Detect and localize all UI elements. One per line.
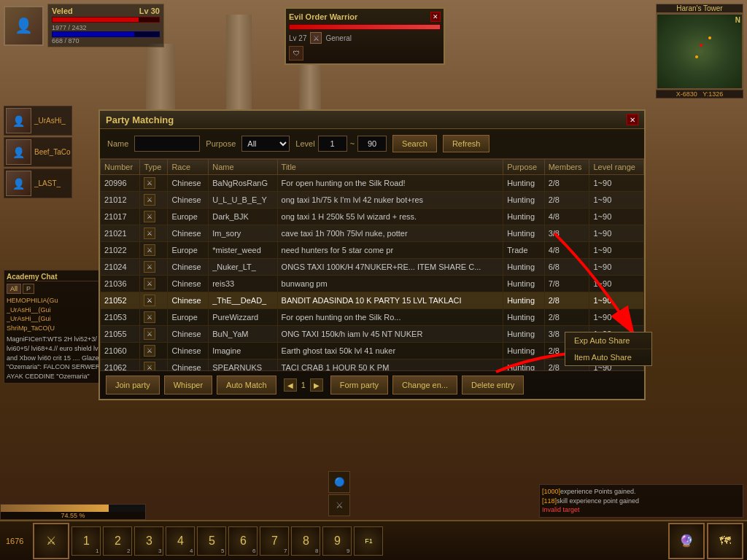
cell-race: Chinese: [168, 192, 209, 209]
table-row[interactable]: 20996 ⚔ Chinese BaNgRosRanG For open hun…: [101, 175, 644, 192]
skill-slot-5[interactable]: 55: [197, 526, 226, 556]
cell-type: ⚔: [140, 309, 168, 326]
table-row[interactable]: 21036 ⚔ Chinese reis33 bunwang pm Huntin…: [101, 276, 644, 292]
join-party-button[interactable]: Join party: [106, 376, 160, 394]
action-slot-2[interactable]: ⚔: [328, 494, 350, 516]
player-avatar: 👤: [4, 6, 44, 46]
target-close-button[interactable]: ✕: [430, 12, 441, 22]
table-row[interactable]: 21062 ⚔ Chinese SPEARNUKS TACI CRAB 1 HO…: [101, 359, 644, 371]
chat-entry-1[interactable]: 👤 _UrAsHi_: [4, 106, 72, 136]
delete-entry-button[interactable]: Delete entry: [462, 376, 524, 394]
filter-purpose-label: Purpose: [206, 139, 236, 148]
refresh-button[interactable]: Refresh: [443, 135, 490, 152]
cell-members: 4/8: [544, 242, 589, 259]
minimap-area[interactable]: N: [656, 13, 743, 90]
filter-name-label: Name: [107, 139, 128, 148]
cell-race: Chinese: [168, 359, 209, 371]
cell-type: ⚔: [140, 192, 168, 209]
table-row[interactable]: 21052 ⚔ Chinese _ThE__DeAD_ BANDIT ADASI…: [101, 292, 644, 309]
skill-slot-special[interactable]: ⚔: [33, 523, 69, 559]
cell-race: Chinese: [168, 175, 209, 192]
mp-text: 668 / 870: [52, 37, 160, 44]
cell-members: 2/8: [544, 192, 589, 209]
next-page-button[interactable]: ▶: [310, 378, 323, 392]
cell-number: 21017: [101, 209, 140, 225]
cell-title: bunwang pm: [277, 276, 503, 292]
skill-slot-3[interactable]: 33: [134, 526, 163, 556]
chat-entry-3[interactable]: 👤 _LAST_: [4, 168, 72, 198]
chat-avatar-2: 👤: [6, 139, 31, 165]
skill-slot-f1[interactable]: F1: [354, 526, 383, 556]
hp-text: 1977 / 2432: [52, 24, 160, 31]
cell-name: BuN_YaM: [209, 326, 277, 343]
context-exp-auto-share[interactable]: Exp Auto Share: [565, 332, 651, 349]
exp-bar-background: [1, 505, 145, 512]
filter-level-min[interactable]: [318, 136, 347, 152]
cell-title: ONG TAXI 150k/h iam lv 45 NT NUKER: [277, 326, 503, 343]
chat-avatar-3: 👤: [6, 171, 31, 196]
table-row[interactable]: 21021 ⚔ Chinese Im_sory cave taxi 1h 700…: [101, 225, 644, 242]
cell-title: BANDIT ADASINDA 10 K PARTY 15 LVL TAKLAC…: [277, 292, 503, 309]
skill-slot-1[interactable]: 11: [71, 526, 101, 556]
col-level-range: Level range: [589, 160, 644, 175]
auto-match-button[interactable]: Auto Match: [217, 376, 276, 394]
hud-minimap-button[interactable]: 🗺: [707, 523, 743, 559]
search-button[interactable]: Search: [392, 135, 437, 152]
dialog-close-button[interactable]: ✕: [627, 114, 638, 125]
chat-log-panel: [1000]experience Points gained. [118]ski…: [539, 484, 743, 518]
cell-purpose: Hunting: [503, 175, 545, 192]
table-row[interactable]: 21053 ⚔ Europe PureWizzard For open hunt…: [101, 309, 644, 326]
action-slot-1[interactable]: 🔵: [328, 471, 350, 493]
cell-purpose: Hunting: [503, 359, 545, 371]
cell-number: 21036: [101, 276, 140, 292]
change-entry-button[interactable]: Change en...: [392, 376, 457, 394]
minimap-enemy-dot-2: [695, 55, 698, 58]
academy-tab-p[interactable]: P: [23, 284, 34, 294]
skill-slot-4[interactable]: 44: [166, 526, 195, 556]
cell-race: Chinese: [168, 225, 209, 242]
prev-page-button[interactable]: ◀: [284, 378, 297, 392]
cell-purpose: Hunting: [503, 225, 545, 242]
player-info: Veled Lv 30 1977 / 2432 668 / 870: [47, 4, 164, 47]
player-panel: 👤 Veled Lv 30 1977 / 2432 668 / 870: [4, 4, 164, 47]
skill-slot-2[interactable]: 22: [103, 526, 132, 556]
form-party-button[interactable]: Form party: [330, 376, 388, 394]
col-race: Race: [168, 160, 209, 175]
cell-level-range: 1~90: [589, 175, 644, 192]
filter-purpose-select[interactable]: All Hunting Trade: [241, 136, 290, 152]
table-row[interactable]: 21022 ⚔ Europe *mister_weed need hunters…: [101, 242, 644, 259]
cell-type: ⚔: [140, 225, 168, 242]
table-row[interactable]: 21012 ⚔ Chinese U_L_U_B_E_Y ong taxi 1h/…: [101, 192, 644, 209]
cell-purpose: Hunting: [503, 326, 545, 343]
cell-type: ⚔: [140, 209, 168, 225]
target-title: General: [325, 34, 352, 42]
chat-log-line-1: [1000]experience Points gained.: [542, 487, 740, 497]
skill-slot-9[interactable]: 99: [322, 526, 352, 556]
skill-slot-7[interactable]: 77: [260, 526, 289, 556]
chat-entry-2[interactable]: 👤 Beef_TaCo: [4, 137, 72, 167]
table-row[interactable]: 21060 ⚔ Chinese Imagine Earth ghost taxi…: [101, 343, 644, 359]
skill-slot-6[interactable]: 66: [228, 526, 258, 556]
cell-purpose: Hunting: [503, 192, 545, 209]
academy-tab-all[interactable]: All: [7, 284, 21, 294]
cell-level-range: 1~90: [589, 309, 644, 326]
skill-slot-8[interactable]: 88: [291, 526, 320, 556]
table-row[interactable]: 21017 ⚔ Europe Dark_BJK ong taxi 1 H 250…: [101, 209, 644, 225]
party-table-container[interactable]: Number Type Race Name Title Purpose Memb…: [100, 159, 644, 370]
hud-special-button[interactable]: 🔮: [668, 523, 705, 559]
table-row[interactable]: 21024 ⚔ Chinese _Nuker_LT_ ONGS TAXI 100…: [101, 259, 644, 276]
whisper-button[interactable]: Whisper: [164, 376, 212, 394]
chat-name-2: Beef_TaCo: [34, 148, 70, 156]
cell-race: Europe: [168, 309, 209, 326]
cell-race: Chinese: [168, 276, 209, 292]
context-item-auto-share[interactable]: Item Auto Share: [565, 349, 651, 365]
table-row[interactable]: 21055 ⚔ Chinese BuN_YaM ONG TAXI 150k/h …: [101, 326, 644, 343]
filter-level-max[interactable]: [357, 136, 387, 152]
filter-name-input[interactable]: [134, 136, 200, 152]
bottom-hud: 1676 ⚔ 11 22 33 44 55 66 77 88 99 F1 🔮 🗺: [0, 520, 747, 560]
target-name: Evil Order Warrior: [289, 12, 357, 21]
skill-bar: ⚔ 11 22 33 44 55 66 77 88 99 F1: [29, 523, 665, 559]
cell-level-range: 1~90: [589, 276, 644, 292]
cell-name: Dark_BJK: [209, 209, 277, 225]
player-level: Lv 30: [139, 7, 160, 15]
